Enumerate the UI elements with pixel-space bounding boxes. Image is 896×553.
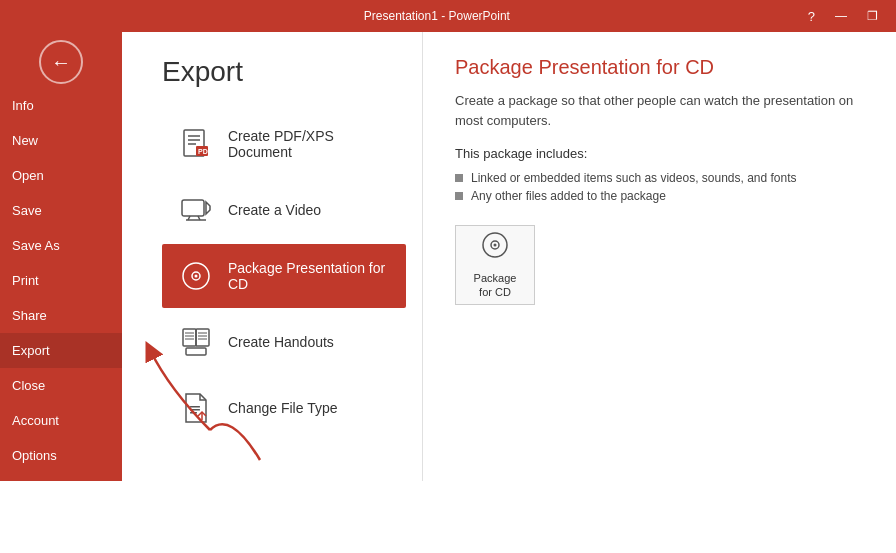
export-item-pdf[interactable]: PDF Create PDF/XPS Document: [162, 112, 406, 176]
export-page: Export PDF: [122, 32, 896, 481]
back-icon: ←: [51, 51, 71, 74]
includes-item-2: Any other files added to the package: [455, 187, 864, 205]
svg-point-13: [195, 275, 198, 278]
export-item-handouts[interactable]: Create Handouts: [162, 310, 406, 374]
svg-rect-6: [182, 200, 204, 216]
panel-description: Create a package so that other people ca…: [455, 91, 864, 130]
handouts-icon: [178, 324, 214, 360]
video-label: Create a Video: [228, 202, 321, 218]
sidebar-item-options[interactable]: Options: [0, 438, 122, 473]
sidebar-item-share[interactable]: Share: [0, 298, 122, 333]
help-button[interactable]: ?: [802, 7, 821, 26]
panel-title: Package Presentation for CD: [455, 56, 864, 79]
svg-marker-7: [206, 202, 210, 214]
svg-rect-14: [183, 329, 196, 346]
svg-rect-15: [196, 329, 209, 346]
svg-rect-25: [190, 412, 197, 414]
svg-rect-23: [190, 406, 200, 408]
svg-text:PDF: PDF: [198, 148, 212, 155]
minimize-button[interactable]: —: [829, 7, 853, 26]
title-bar: Presentation1 - PowerPoint ? — ❐: [0, 0, 896, 32]
export-right-panel: Package Presentation for CD Create a pac…: [422, 32, 896, 481]
svg-rect-24: [190, 409, 200, 411]
package-cd-icon: [481, 231, 509, 265]
main-content: Export PDF: [122, 32, 896, 481]
bullet-icon: [455, 174, 463, 182]
handouts-label: Create Handouts: [228, 334, 334, 350]
svg-point-29: [494, 243, 497, 246]
includes-item-1: Linked or embedded items such as videos,…: [455, 169, 864, 187]
sidebar-item-close[interactable]: Close: [0, 368, 122, 403]
sidebar-item-export[interactable]: Export: [0, 333, 122, 368]
export-page-title: Export: [162, 56, 422, 88]
bullet-icon-2: [455, 192, 463, 200]
video-icon: [178, 192, 214, 228]
sidebar-item-info[interactable]: Info: [0, 88, 122, 123]
filetype-icon: [178, 390, 214, 426]
sidebar: ← Info New Open Save Save As Print Share: [0, 32, 122, 481]
filetype-label: Change File Type: [228, 400, 337, 416]
cd-icon: [178, 258, 214, 294]
window-title: Presentation1 - PowerPoint: [72, 9, 802, 23]
sidebar-item-new[interactable]: New: [0, 123, 122, 158]
pdf-icon: PDF: [178, 126, 214, 162]
maximize-button[interactable]: ❐: [861, 7, 884, 26]
panel-includes-title: This package includes:: [455, 146, 864, 161]
panel-includes-list: Linked or embedded items such as videos,…: [455, 169, 864, 205]
back-button[interactable]: ←: [39, 40, 83, 84]
app-body: ← Info New Open Save Save As Print Share: [0, 32, 896, 481]
export-left-panel: Export PDF: [122, 32, 422, 481]
sidebar-item-save-as[interactable]: Save As: [0, 228, 122, 263]
export-item-cd[interactable]: Package Presentation for CD: [162, 244, 406, 308]
package-for-cd-button[interactable]: Packagefor CD: [455, 225, 535, 305]
export-item-video[interactable]: Create a Video: [162, 178, 406, 242]
package-button-label: Packagefor CD: [474, 271, 517, 300]
sidebar-item-account[interactable]: Account: [0, 403, 122, 438]
cd-label: Package Presentation for CD: [228, 260, 390, 292]
sidebar-item-print[interactable]: Print: [0, 263, 122, 298]
pdf-label: Create PDF/XPS Document: [228, 128, 390, 160]
export-item-filetype[interactable]: Change File Type: [162, 376, 406, 440]
svg-rect-22: [186, 348, 206, 355]
sidebar-item-save[interactable]: Save: [0, 193, 122, 228]
sidebar-item-open[interactable]: Open: [0, 158, 122, 193]
